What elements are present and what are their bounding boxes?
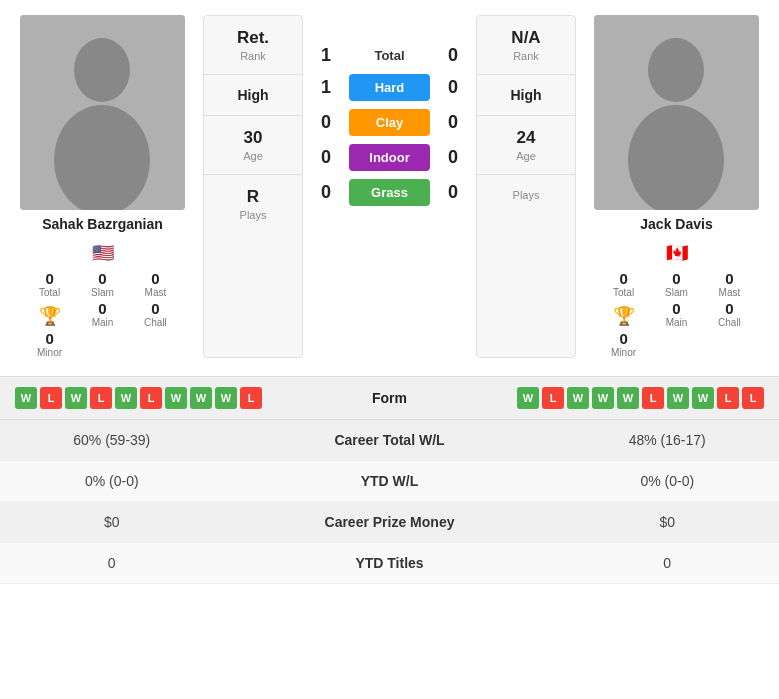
- player2-high-val: High: [510, 87, 541, 103]
- player1-chall-cell: 0 Chall: [116, 300, 195, 328]
- player1-high-row: High: [204, 75, 302, 116]
- stats-row: 0% (0-0) YTD W/L 0% (0-0): [0, 461, 779, 502]
- player2-minor-cell: 0 Minor: [584, 330, 663, 358]
- stat-p1-val: $0: [0, 502, 224, 543]
- player1-plays-val: R: [247, 187, 259, 207]
- indoor-surface-btn: Indoor: [349, 144, 430, 171]
- player2-minor-lbl: Minor: [611, 347, 636, 358]
- player1-total-lbl: Total: [39, 287, 60, 298]
- player1-rank-lbl: Rank: [240, 50, 266, 62]
- stat-label: YTD Titles: [224, 543, 556, 584]
- player1-flag: 🇺🇸: [92, 242, 114, 264]
- stat-p1-val: 0: [0, 543, 224, 584]
- player1-main-cell: 0 Main: [91, 300, 114, 328]
- form-badge: L: [140, 387, 162, 409]
- player2-total-val: 0: [619, 270, 627, 287]
- player2-flag: 🇨🇦: [666, 242, 688, 264]
- player1-name: Sahak Bazrganian: [42, 216, 163, 232]
- svg-point-4: [648, 38, 704, 102]
- stat-label: YTD W/L: [224, 461, 556, 502]
- player1-mast-cell: 0 Mast: [116, 270, 195, 298]
- grass-row: 0 Grass 0: [311, 179, 468, 206]
- player1-trophy-icon: 🏆: [10, 300, 89, 328]
- hard-p2-score: 0: [438, 77, 468, 98]
- player1-total-val: 0: [45, 270, 53, 287]
- top-section: Sahak Bazrganian 🇺🇸 0 Total 0 Slam 0 Mas…: [0, 0, 779, 368]
- center-area: 1 Total 0 1 Hard 0 0 Clay 0 0 Indoor 0: [311, 15, 468, 358]
- stat-p2-val: 0% (0-0): [555, 461, 779, 502]
- player1-stats: 0 Total 0 Slam 0 Mast 🏆 0 Main: [10, 270, 195, 358]
- player2-name: Jack Davis: [640, 216, 712, 232]
- player2-age-row: 24 Age: [477, 116, 575, 175]
- player1-rank-val: Ret.: [237, 28, 269, 48]
- player1-minor-lbl: Minor: [37, 347, 62, 358]
- player1-card: Sahak Bazrganian 🇺🇸 0 Total 0 Slam 0 Mas…: [10, 15, 195, 358]
- clay-surface-btn: Clay: [349, 109, 430, 136]
- player1-plays-lbl: Plays: [240, 209, 267, 221]
- clay-p1-score: 0: [311, 112, 341, 133]
- player2-main-lbl: Main: [666, 317, 688, 328]
- player2-rank-lbl: Rank: [513, 50, 539, 62]
- form-section: WLWLWLWWWL Form WLWWWLWWLL: [0, 376, 779, 420]
- grass-p2-score: 0: [438, 182, 468, 203]
- hard-p1-score: 1: [311, 77, 341, 98]
- player2-mast-val: 0: [725, 270, 733, 287]
- player2-slam-cell: 0 Slam: [665, 270, 688, 298]
- player2-slam-val: 0: [672, 270, 680, 287]
- player1-minor-val: 0: [45, 330, 53, 347]
- stats-row: 0 YTD Titles 0: [0, 543, 779, 584]
- player2-mast-cell: 0 Mast: [690, 270, 769, 298]
- player2-form-badges: WLWWWLWWLL: [517, 387, 764, 409]
- player1-mid-stats: Ret. Rank High 30 Age R Plays: [203, 15, 303, 358]
- player2-total-lbl: Total: [613, 287, 634, 298]
- stat-p2-val: 0: [555, 543, 779, 584]
- player1-plays-row: R Plays: [204, 175, 302, 233]
- grass-surface-btn: Grass: [349, 179, 430, 206]
- clay-row: 0 Clay 0: [311, 109, 468, 136]
- svg-point-2: [54, 105, 150, 210]
- stat-p2-val: $0: [555, 502, 779, 543]
- player2-trophy-icon: 🏆: [584, 300, 663, 328]
- player1-main-val: 0: [98, 300, 106, 317]
- player2-main-cell: 0 Main: [665, 300, 688, 328]
- player2-mast-lbl: Mast: [719, 287, 741, 298]
- clay-p2-score: 0: [438, 112, 468, 133]
- form-badge: L: [40, 387, 62, 409]
- svg-point-5: [628, 105, 724, 210]
- player1-chall-val: 0: [151, 300, 159, 317]
- player2-high-row: High: [477, 75, 575, 116]
- form-badge: L: [90, 387, 112, 409]
- form-badge: L: [642, 387, 664, 409]
- indoor-row: 0 Indoor 0: [311, 144, 468, 171]
- total-label: Total: [374, 48, 404, 63]
- player1-high-val: High: [237, 87, 268, 103]
- form-badge: W: [190, 387, 212, 409]
- form-badge: W: [15, 387, 37, 409]
- player1-slam-lbl: Slam: [91, 287, 114, 298]
- grass-p1-score: 0: [311, 182, 341, 203]
- form-badge: L: [717, 387, 739, 409]
- indoor-p2-score: 0: [438, 147, 468, 168]
- form-badge: W: [592, 387, 614, 409]
- player1-age-row: 30 Age: [204, 116, 302, 175]
- form-badge: L: [742, 387, 764, 409]
- stat-p2-val: 48% (16-17): [555, 420, 779, 461]
- total-row: 1 Total 0: [311, 45, 468, 66]
- form-badge: L: [542, 387, 564, 409]
- form-badge: W: [567, 387, 589, 409]
- indoor-p1-score: 0: [311, 147, 341, 168]
- player2-rank-row: N/A Rank: [477, 16, 575, 75]
- player1-age-lbl: Age: [243, 150, 263, 162]
- player1-main-lbl: Main: [92, 317, 114, 328]
- hard-row: 1 Hard 0: [311, 74, 468, 101]
- player2-age-lbl: Age: [516, 150, 536, 162]
- player2-minor-val: 0: [619, 330, 627, 347]
- form-badge: W: [115, 387, 137, 409]
- stats-row: 60% (59-39) Career Total W/L 48% (16-17): [0, 420, 779, 461]
- form-badge: W: [165, 387, 187, 409]
- player1-silhouette: [20, 15, 185, 210]
- player2-right-stats: N/A Rank High 24 Age Plays: [476, 15, 576, 358]
- player2-total-cell: 0 Total: [584, 270, 663, 298]
- player1-photo: [20, 15, 185, 210]
- player2-rank-val: N/A: [511, 28, 540, 48]
